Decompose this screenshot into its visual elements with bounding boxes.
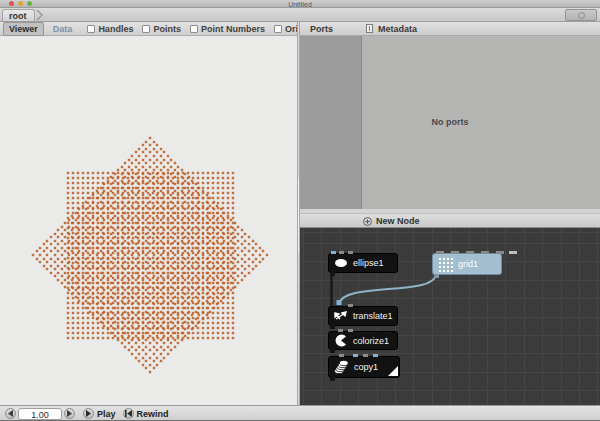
tab-viewer[interactable]: Viewer xyxy=(3,22,44,36)
node-label: copy1 xyxy=(354,362,378,372)
input-port[interactable] xyxy=(339,251,344,254)
grid-icon xyxy=(438,257,453,272)
viewer-canvas-area xyxy=(0,36,297,405)
left-arrow-icon xyxy=(8,410,13,417)
translate-icon xyxy=(334,310,348,322)
input-port[interactable] xyxy=(436,251,444,254)
no-ports-message: No ports xyxy=(300,117,600,127)
playback-bar: 1.00 Play Rewind xyxy=(0,405,600,421)
checkbox-label: Point Numbers xyxy=(201,24,265,34)
node-copy1[interactable]: copy1 xyxy=(328,356,400,378)
breadcrumb-chevron-icon xyxy=(36,9,44,21)
frame-previous-button[interactable] xyxy=(5,408,16,419)
output-port[interactable] xyxy=(330,377,335,381)
input-port[interactable] xyxy=(451,251,459,254)
output-port[interactable] xyxy=(330,349,335,353)
window-titlebar[interactable]: Untitled xyxy=(0,0,600,8)
frame-next-button[interactable] xyxy=(64,408,75,419)
node-network-canvas[interactable]: ellipse1grid1translate1colorize1copy1 xyxy=(300,228,600,405)
tab-metadata[interactable]: Metadata xyxy=(378,24,417,34)
status-circle-icon xyxy=(578,12,585,19)
node-colorize1[interactable]: colorize1 xyxy=(328,331,398,350)
checkbox-box[interactable] xyxy=(87,25,95,33)
output-port[interactable] xyxy=(434,274,439,278)
copy-icon xyxy=(334,359,349,375)
frame-value-field[interactable]: 1.00 xyxy=(18,408,62,420)
node-label: grid1 xyxy=(458,259,478,269)
viewer-canvas[interactable] xyxy=(0,36,297,405)
plus-circle-icon xyxy=(363,217,372,226)
input-port[interactable] xyxy=(363,354,368,357)
input-port[interactable] xyxy=(331,251,336,254)
right-arrow-icon xyxy=(67,410,72,417)
input-port[interactable] xyxy=(348,329,353,332)
colorize-icon xyxy=(334,334,348,347)
input-port[interactable] xyxy=(348,251,353,254)
node-label: translate1 xyxy=(353,311,393,321)
breadcrumb-root-tab[interactable]: root xyxy=(2,9,35,21)
input-port[interactable] xyxy=(373,354,378,357)
input-port[interactable] xyxy=(339,354,344,357)
rewind-label: Rewind xyxy=(137,409,169,419)
checkbox-box[interactable] xyxy=(274,25,282,33)
node-grid1[interactable]: grid1 xyxy=(432,253,502,275)
ports-body: No ports xyxy=(300,36,600,209)
new-node-label: New Node xyxy=(376,216,420,226)
ports-header: Ports Metadata xyxy=(300,22,600,36)
input-port[interactable] xyxy=(338,329,343,332)
ports-panel-title: Ports xyxy=(310,24,333,34)
checkbox-label: Points xyxy=(153,24,181,34)
rewind-icon xyxy=(125,410,132,417)
checkbox-handles[interactable]: Handles xyxy=(87,24,133,34)
checkbox-label: Handles xyxy=(98,24,133,34)
node-label: ellipse1 xyxy=(353,258,384,268)
input-port[interactable] xyxy=(481,251,489,254)
input-port[interactable] xyxy=(348,304,353,307)
play-icon xyxy=(86,410,91,417)
checkbox-point-numbers[interactable]: Point Numbers xyxy=(190,24,265,34)
checkbox-box[interactable] xyxy=(190,25,198,33)
node-translate1[interactable]: translate1 xyxy=(328,306,398,326)
checkbox-box[interactable] xyxy=(142,25,150,33)
checkbox-points[interactable]: Points xyxy=(142,24,181,34)
rewind-button[interactable] xyxy=(123,408,134,419)
input-port[interactable] xyxy=(353,354,358,357)
breadcrumb: root xyxy=(0,8,600,22)
node-ellipse1[interactable]: ellipse1 xyxy=(328,253,398,273)
app-window: Untitled root Viewer Data Handles Points… xyxy=(0,0,600,421)
output-port[interactable] xyxy=(330,272,335,276)
new-node-button[interactable]: New Node xyxy=(300,213,600,228)
viewer-toolbar: Viewer Data Handles Points Point Numbers… xyxy=(0,22,297,36)
input-port[interactable] xyxy=(466,251,474,254)
output-port[interactable] xyxy=(330,325,335,329)
ellipse-icon xyxy=(334,257,348,269)
play-button[interactable] xyxy=(83,408,94,419)
breadcrumb-action-button[interactable] xyxy=(565,9,597,21)
input-port[interactable] xyxy=(496,251,504,254)
rendered-node-flag-icon xyxy=(388,366,398,376)
splitter-handle[interactable] xyxy=(298,179,299,253)
tab-data[interactable]: Data xyxy=(47,22,79,36)
input-port[interactable] xyxy=(509,251,517,254)
splitter-grip-icon[interactable] xyxy=(366,24,373,33)
node-label: colorize1 xyxy=(353,336,389,346)
breadcrumb-root-label: root xyxy=(9,11,27,21)
play-label: Play xyxy=(97,409,116,419)
